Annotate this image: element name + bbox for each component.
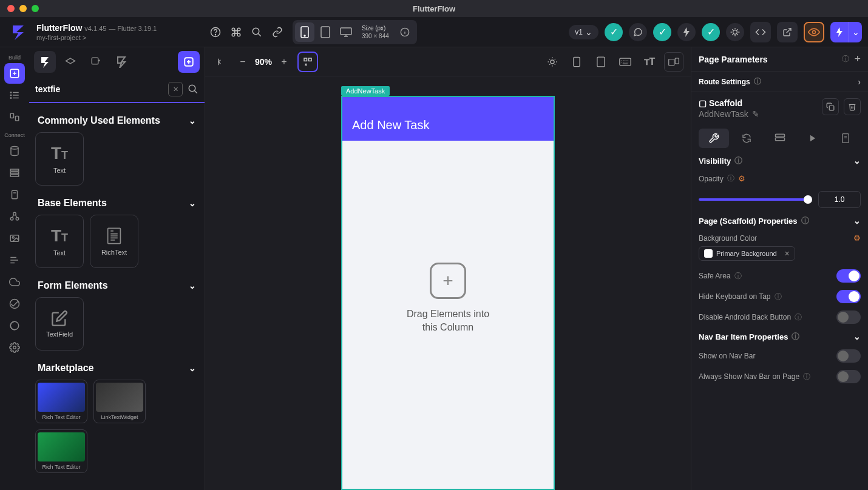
hide-kb-toggle[interactable] bbox=[836, 290, 861, 303]
maximize-window-button[interactable] bbox=[32, 5, 39, 12]
section-base-elements[interactable]: Base Elements⌄ bbox=[35, 192, 198, 215]
collapse-panel-icon[interactable] bbox=[212, 53, 229, 70]
bg-var-icon[interactable]: ⚙ bbox=[853, 233, 861, 243]
widget-tile-richtext[interactable]: RichText bbox=[90, 215, 138, 268]
keyboard-icon[interactable] bbox=[615, 52, 635, 72]
rail-cloud-button[interactable] bbox=[4, 272, 25, 292]
canvas-tool-button[interactable] bbox=[297, 52, 318, 72]
safe-area-toggle[interactable] bbox=[836, 269, 861, 283]
tab-docs[interactable] bbox=[830, 129, 861, 148]
opacity-slider[interactable] bbox=[699, 198, 812, 201]
preview-appbar[interactable]: Add New Task bbox=[342, 97, 554, 141]
brightness-icon[interactable] bbox=[543, 52, 562, 72]
help-icon[interactable] bbox=[206, 23, 225, 41]
template-filter-button[interactable] bbox=[59, 51, 81, 73]
info-icon[interactable]: ⓘ bbox=[842, 54, 849, 64]
section-marketplace[interactable]: Marketplace⌄ bbox=[35, 357, 198, 380]
run-button[interactable]: ⌄ bbox=[830, 22, 862, 42]
opacity-value-input[interactable]: 1.0 bbox=[818, 191, 861, 208]
zoom-in-button[interactable]: + bbox=[276, 53, 293, 70]
show-nav-toggle[interactable] bbox=[836, 349, 861, 363]
section-form-elements[interactable]: Form Elements⌄ bbox=[35, 274, 198, 297]
svg-line-9 bbox=[787, 29, 791, 33]
rail-storyboard-button[interactable] bbox=[4, 107, 25, 127]
bug-icon[interactable] bbox=[726, 23, 744, 41]
rail-api-button[interactable] bbox=[4, 206, 25, 227]
canvas-viewport[interactable]: AddNewTask Add New Task + Drag Elements … bbox=[205, 76, 691, 490]
widget-tile-text[interactable]: TTText bbox=[35, 132, 84, 186]
rail-custom-button[interactable] bbox=[4, 250, 25, 270]
text-size-icon[interactable]: ᴛT bbox=[640, 52, 659, 72]
market-tile-2[interactable]: LinkTextWidget bbox=[93, 380, 146, 423]
zoom-out-button[interactable]: − bbox=[234, 53, 251, 70]
add-component-button[interactable] bbox=[85, 51, 107, 73]
clear-bg-button[interactable]: ✕ bbox=[784, 250, 790, 258]
size-info-icon[interactable] bbox=[395, 22, 415, 42]
device-frame[interactable]: AddNewTask Add New Task + Drag Elements … bbox=[341, 96, 555, 490]
drop-zone[interactable]: + Drag Elements intothis Column bbox=[342, 141, 554, 456]
link-icon[interactable] bbox=[268, 23, 287, 41]
device-mobile-icon[interactable] bbox=[567, 52, 586, 72]
disable-back-toggle[interactable] bbox=[836, 310, 861, 324]
project-breadcrumb[interactable]: my-first-project > bbox=[36, 34, 200, 41]
market-tile-1[interactable]: Rich Text Editor bbox=[35, 380, 87, 423]
market-tile-3[interactable]: Rich Text Editor bbox=[35, 429, 87, 473]
device-mobile-button[interactable] bbox=[295, 22, 314, 42]
rail-settings-button[interactable] bbox=[4, 337, 25, 358]
section-visibility[interactable]: Visibilityⓘ⌄ bbox=[691, 152, 868, 170]
device-desktop-button[interactable] bbox=[336, 22, 356, 42]
search-icon[interactable] bbox=[248, 23, 266, 41]
route-settings-row[interactable]: Route Settingsⓘ › bbox=[691, 72, 868, 92]
clear-search-button[interactable]: ✕ bbox=[168, 82, 183, 96]
section-page-props[interactable]: Page (Scaffold) Propertiesⓘ⌄ bbox=[691, 212, 868, 230]
status-check-2[interactable]: ✓ bbox=[653, 23, 671, 41]
rail-datatypes-button[interactable] bbox=[4, 163, 25, 183]
chat-icon[interactable] bbox=[629, 23, 647, 41]
rail-tests-button[interactable] bbox=[4, 294, 25, 314]
rail-database-button[interactable] bbox=[4, 141, 25, 161]
close-window-button[interactable] bbox=[7, 5, 15, 12]
multi-device-icon[interactable] bbox=[664, 52, 683, 72]
rail-theme-button[interactable] bbox=[4, 315, 25, 336]
run-dropdown[interactable]: ⌄ bbox=[849, 22, 862, 42]
tab-properties[interactable] bbox=[699, 129, 729, 148]
bg-color-chip[interactable]: Primary Background✕ bbox=[699, 246, 795, 261]
rail-widgets-button[interactable] bbox=[4, 63, 25, 84]
rail-tree-button[interactable] bbox=[4, 85, 25, 106]
edit-name-icon[interactable]: ✎ bbox=[752, 109, 759, 119]
minimize-window-button[interactable] bbox=[19, 5, 27, 12]
version-dropdown[interactable]: v1⌄ bbox=[569, 25, 598, 39]
theme-filter-button[interactable] bbox=[110, 51, 132, 73]
svg-point-17 bbox=[10, 98, 12, 99]
preview-button[interactable] bbox=[804, 22, 824, 42]
device-tablet-button[interactable] bbox=[316, 22, 335, 42]
app-logo[interactable] bbox=[6, 24, 30, 40]
section-navbar-props[interactable]: Nav Bar Item Propertiesⓘ⌄ bbox=[691, 327, 868, 346]
lightning-icon[interactable] bbox=[677, 23, 696, 41]
opacity-var-icon[interactable]: ⚙ bbox=[738, 174, 745, 183]
tab-animations[interactable] bbox=[798, 129, 828, 148]
tab-backend[interactable] bbox=[764, 129, 795, 148]
flutter-filter-button[interactable] bbox=[34, 51, 56, 73]
section-commonly-used[interactable]: Commonly Used Elements⌄ bbox=[35, 109, 198, 132]
widget-tile-textfield[interactable]: TextField bbox=[35, 297, 84, 351]
add-parameter-button[interactable]: + bbox=[854, 53, 861, 65]
page-parameters-header[interactable]: Page Parameters ⓘ + bbox=[691, 47, 868, 72]
copy-widget-button[interactable] bbox=[822, 98, 839, 115]
search-icon[interactable] bbox=[188, 84, 198, 95]
command-palette-icon[interactable] bbox=[227, 23, 245, 41]
rail-appstate-button[interactable] bbox=[4, 184, 25, 205]
tab-actions[interactable] bbox=[731, 129, 762, 148]
rail-media-button[interactable] bbox=[4, 228, 25, 249]
status-check-1[interactable]: ✓ bbox=[605, 23, 623, 41]
status-check-3[interactable]: ✓ bbox=[702, 23, 720, 41]
widget-tile-text-base[interactable]: TTText bbox=[35, 215, 84, 268]
code-icon[interactable] bbox=[750, 22, 771, 42]
add-element-icon[interactable]: + bbox=[430, 263, 466, 299]
add-widget-button[interactable] bbox=[178, 51, 200, 73]
always-nav-toggle[interactable] bbox=[836, 370, 861, 383]
delete-widget-button[interactable] bbox=[844, 98, 861, 115]
open-external-icon[interactable] bbox=[777, 22, 798, 42]
widget-search-input[interactable] bbox=[35, 84, 163, 94]
device-tablet-icon[interactable] bbox=[591, 52, 611, 72]
